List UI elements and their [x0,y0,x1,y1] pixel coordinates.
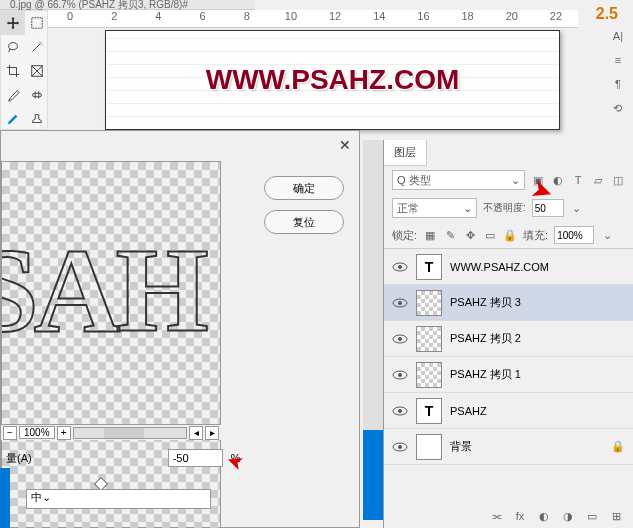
amount-input[interactable] [168,449,223,467]
lock-label: 锁定: [392,228,417,243]
visibility-icon[interactable] [392,259,408,275]
spacing-icon[interactable]: ≡ [615,54,621,66]
chevron-down-icon[interactable]: ⌄ [570,201,584,215]
lock-artboard-icon[interactable]: ▭ [483,228,497,242]
layer-name: PSAHZ [450,405,487,417]
lock-row: 锁定: ▦ ✎ ✥ ▭ 🔒 填充: ⌄ [384,222,633,248]
crop-tool[interactable] [1,59,25,83]
layer-name: PSAHZ 拷贝 2 [450,331,521,346]
visibility-icon[interactable] [392,439,408,455]
right-icon-bar: A| ≡ ¶ ⟲ [613,30,623,115]
scroll-left-button[interactable]: ◂ [189,426,203,440]
filter-row: Q 类型⌄ ▣ ◐ T ▱ ◫ [384,166,633,194]
layer-name: 背景 [450,439,472,454]
filter-smart-icon[interactable]: ◫ [611,173,625,187]
brush-tool[interactable] [1,107,25,131]
align-icon[interactable]: A| [613,30,623,42]
eyedropper-tool[interactable] [1,83,25,107]
layers-footer: ⫘ fx ◐ ◑ ▭ ⊞ [489,509,623,523]
dialog-preview[interactable]: SAH [1,161,221,528]
lock-all-icon[interactable]: 🔒 [503,228,517,242]
amount-slider[interactable] [6,483,206,485]
quality-select[interactable]: 中⌄ [26,489,211,509]
quality-row: 中⌄ [26,489,211,509]
ok-button[interactable]: 确定 [264,176,344,200]
chevron-down-icon[interactable]: ⌄ [600,228,614,242]
filter-type-icon[interactable]: T [571,173,585,187]
heal-tool[interactable] [25,83,49,107]
layer-thumb [416,326,442,352]
marquee-tool[interactable] [25,11,49,35]
selection-edge [363,430,383,520]
lock-pixels-icon[interactable]: ▦ [423,228,437,242]
layer-item[interactable]: PSAHZ 拷贝 1 [384,357,633,393]
layer-item[interactable]: 背景 🔒 [384,429,633,465]
layer-thumb [416,434,442,460]
refresh-icon[interactable]: ⟲ [613,102,622,115]
svg-point-11 [398,373,402,377]
svg-point-1 [9,43,18,50]
dialog-buttons: 确定 复位 [264,176,344,234]
wand-tool[interactable] [25,35,49,59]
preview-content: SAH [1,222,204,360]
layer-name: WWW.PSAHZ.COM [450,261,549,273]
reset-button[interactable]: 复位 [264,210,344,234]
zoom-out-button[interactable]: − [3,426,17,440]
blend-mode-select[interactable]: 正常⌄ [392,198,477,218]
svg-rect-0 [32,18,43,29]
window-edge [0,468,10,528]
canvas-text-layer: WWW.PSAHZ.COM [206,64,460,96]
stamp-tool[interactable] [25,107,49,131]
chevron-down-icon: ⌄ [463,202,472,215]
panel-tabs: 图层 [384,140,633,166]
filter-dialog: ✕ SAH − 100% + ◂ ▸ 确定 复位 量(A) % ➤ 中⌄ [0,130,360,528]
pilcrow-icon[interactable]: ¶ [615,78,621,90]
folder-icon[interactable]: ▭ [585,509,599,523]
tab-layers[interactable]: 图层 [384,140,427,166]
mask-icon[interactable]: ◐ [537,509,551,523]
frame-tool[interactable] [25,59,49,83]
svg-point-5 [398,265,402,269]
svg-point-15 [398,445,402,449]
layer-item[interactable]: T PSAHZ [384,393,633,429]
layer-name: PSAHZ 拷贝 1 [450,367,521,382]
close-icon[interactable]: ✕ [339,137,351,153]
layer-item[interactable]: PSAHZ 拷贝 3 [384,285,633,321]
layer-name: PSAHZ 拷贝 3 [450,295,521,310]
layer-thumb: T [416,254,442,280]
link-icon[interactable]: ⫘ [489,509,503,523]
scroll-right-button[interactable]: ▸ [205,426,219,440]
fill-label: 填充: [523,228,548,243]
amount-label: 量(A) [6,451,32,466]
fx-icon[interactable]: fx [513,509,527,523]
canvas[interactable]: WWW.PSAHZ.COM [105,30,560,130]
zoom-in-button[interactable]: + [57,426,71,440]
visibility-icon[interactable] [392,295,408,311]
new-layer-icon[interactable]: ⊞ [609,509,623,523]
font-size-badge: 2.5 [596,5,618,23]
fill-input[interactable] [554,226,594,244]
filter-shape-icon[interactable]: ▱ [591,173,605,187]
canvas-background: WWW.PSAHZ.COM [106,31,559,129]
amount-row: 量(A) % [6,449,240,467]
preview-scrollbar[interactable] [73,427,187,439]
adjustment-icon[interactable]: ◑ [561,509,575,523]
visibility-icon[interactable] [392,331,408,347]
blend-row: 正常⌄ 不透明度: ⌄ [384,194,633,222]
layer-item[interactable]: T WWW.PSAHZ.COM [384,249,633,285]
lock-brush-icon[interactable]: ✎ [443,228,457,242]
svg-point-7 [398,301,402,305]
lock-position-icon[interactable]: ✥ [463,228,477,242]
svg-rect-3 [33,93,42,97]
lock-icon: 🔒 [611,440,625,453]
layer-thumb: T [416,398,442,424]
move-tool[interactable] [1,11,25,35]
layer-thumb [416,362,442,388]
visibility-icon[interactable] [392,403,408,419]
zoom-value[interactable]: 100% [19,426,55,439]
lasso-tool[interactable] [1,35,25,59]
visibility-icon[interactable] [392,367,408,383]
layer-filter-select[interactable]: Q 类型⌄ [392,170,525,190]
layer-item[interactable]: PSAHZ 拷贝 2 [384,321,633,357]
layers-list: T WWW.PSAHZ.COM PSAHZ 拷贝 3 PSAHZ 拷贝 2 PS… [384,248,633,465]
